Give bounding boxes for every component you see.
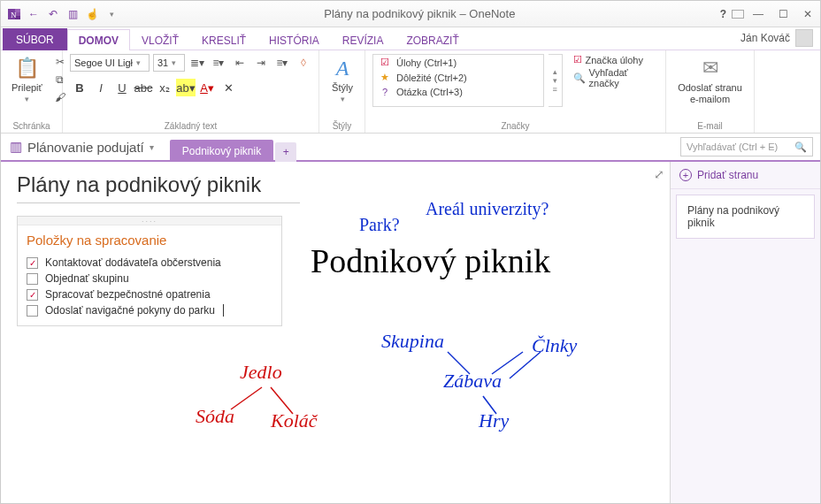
help-icon[interactable]: ? xyxy=(720,8,726,20)
note-outline[interactable]: ···· Položky na spracovanie Kontaktovať … xyxy=(17,216,282,326)
maximize-icon[interactable]: ☐ xyxy=(776,7,790,21)
gallery-more-icon[interactable]: ≡ xyxy=(549,85,562,94)
clear-button[interactable]: ✕ xyxy=(219,79,238,96)
font-name-combo[interactable]: Segoe UI Ligł▾ xyxy=(70,54,150,72)
italic-button[interactable]: I xyxy=(91,79,111,96)
tab-review[interactable]: REVÍZIA xyxy=(331,29,395,50)
qat-dropdown-icon[interactable]: ▾ xyxy=(104,6,119,22)
notebook-dropdown[interactable]: ▥ Plánovanie podujatí ▾ xyxy=(1,134,163,160)
indent-icon[interactable]: ⇥ xyxy=(252,55,270,71)
pages-pane: + Pridať stranu Plány na podnikový pikni… xyxy=(670,162,820,504)
add-page-button[interactable]: + Pridať stranu xyxy=(671,162,820,189)
paste-label: Prilepiť xyxy=(12,82,42,93)
todo-item[interactable]: Kontaktovať dodávateľa občerstvenia xyxy=(27,255,272,271)
gallery-down-icon[interactable]: ▾ xyxy=(549,76,562,85)
page-title[interactable]: Plány na podnikový piknik xyxy=(17,172,654,197)
checkbox-icon[interactable] xyxy=(27,289,38,301)
tab-view[interactable]: ZOBRAZIŤ xyxy=(395,29,470,50)
gallery-up-icon[interactable]: ▴ xyxy=(549,67,562,76)
tag-label: Úlohy (Ctrl+1) xyxy=(396,57,457,68)
group-tags: ☑Úlohy (Ctrl+1) ★Dôležité (Ctrl+2) ?Otáz… xyxy=(365,50,666,133)
clear-format-icon[interactable]: ◊ xyxy=(295,55,312,71)
tab-insert[interactable]: VLOŽIŤ xyxy=(130,29,190,50)
avatar[interactable] xyxy=(795,29,813,47)
tag-item-important[interactable]: ★Dôležité (Ctrl+2) xyxy=(373,70,543,85)
close-icon[interactable]: ✕ xyxy=(801,7,815,21)
todo-item[interactable]: Odoslať navigačné pokyny do parku xyxy=(27,302,272,318)
email-label: Odoslať stranu e-mailom xyxy=(677,82,743,105)
group-clipboard: 📋 Prilepiť ▾ ✂ ⧉ 🖌 Schránka xyxy=(1,50,63,133)
tags-gallery[interactable]: ☑Úlohy (Ctrl+1) ★Dôležité (Ctrl+2) ?Otáz… xyxy=(372,54,544,107)
bold-button[interactable]: B xyxy=(70,79,89,96)
touch-icon[interactable]: ☝ xyxy=(84,6,100,22)
tab-file[interactable]: SÚBOR xyxy=(3,28,67,50)
group-label-email: E-mail xyxy=(673,119,747,131)
user-area[interactable]: ? xyxy=(720,8,744,20)
find-tags-label: Vyhľadať značky xyxy=(589,67,659,88)
page-canvas[interactable]: ⤢ Plány na podnikový piknik ···· Položky… xyxy=(1,162,670,504)
ribbon-display-icon[interactable] xyxy=(732,10,744,19)
find-tags-button[interactable]: 🔍Vyhľadať značky xyxy=(573,67,659,88)
ink-heading[interactable]: Podnikový piknik xyxy=(311,241,550,280)
todo-tag-button[interactable]: ☑Značka úlohy xyxy=(573,54,659,65)
ink-kolac[interactable]: Koláč xyxy=(271,409,318,432)
expand-icon[interactable]: ⤢ xyxy=(654,167,664,181)
paste-icon: 📋 xyxy=(14,56,39,80)
tag-item-question[interactable]: ?Otázka (Ctrl+3) xyxy=(373,85,543,99)
ink-areal[interactable]: Areál univerzity? xyxy=(426,199,549,219)
page-list-item[interactable]: Plány na podnikový piknik xyxy=(676,195,815,239)
minimize-icon[interactable]: — xyxy=(751,7,765,21)
dock-icon[interactable]: ▥ xyxy=(65,6,81,22)
svg-line-9 xyxy=(231,387,262,409)
back-icon[interactable]: ← xyxy=(26,6,42,22)
font-color-button[interactable]: A▾ xyxy=(197,79,217,96)
bullets-icon[interactable]: ≣▾ xyxy=(188,55,206,71)
group-label-styles: Štýly xyxy=(326,119,357,131)
notebook-icon: ▥ xyxy=(10,139,22,155)
tab-history[interactable]: HISTÓRIA xyxy=(257,29,331,50)
checkbox-icon[interactable] xyxy=(27,273,38,285)
add-section-button[interactable]: + xyxy=(275,142,296,162)
ink-hry[interactable]: Hry xyxy=(479,409,509,432)
ink-soda[interactable]: Sóda xyxy=(196,405,234,428)
tag-label: Otázka (Ctrl+3) xyxy=(396,87,463,97)
numbering-icon[interactable]: ≡▾ xyxy=(210,55,227,71)
ink-clnky[interactable]: Člnky xyxy=(532,334,577,357)
outline-title[interactable]: Položky na spracovanie xyxy=(27,233,272,248)
undo-icon[interactable]: ↶ xyxy=(45,6,61,22)
checkbox-icon[interactable] xyxy=(27,305,38,317)
add-page-label: Pridať stranu xyxy=(697,169,758,181)
checkbox-icon[interactable] xyxy=(27,257,38,269)
section-tab-active[interactable]: Podnikový piknik xyxy=(170,140,273,162)
subscript-button[interactable]: x₂ xyxy=(155,79,174,96)
todo-item[interactable]: Spracovať bezpečnostné opatrenia xyxy=(27,286,272,302)
notebook-bar: ▥ Plánovanie podujatí ▾ Podnikový piknik… xyxy=(1,134,820,162)
ink-zabava[interactable]: Zábava xyxy=(443,370,502,393)
tab-draw[interactable]: KRESLIŤ xyxy=(190,29,257,50)
paste-button[interactable]: 📋 Prilepiť ▾ xyxy=(8,54,46,105)
tab-home[interactable]: DOMOV xyxy=(67,29,130,50)
todo-item[interactable]: Objednať skupinu xyxy=(27,271,272,286)
outline-handle[interactable]: ···· xyxy=(18,217,281,225)
title-underline xyxy=(17,202,300,203)
ink-jedlo[interactable]: Jedlo xyxy=(240,361,282,384)
ink-skupina[interactable]: Skupina xyxy=(381,330,444,353)
search-input[interactable]: Vyhľadávať (Ctrl + E) 🔍 xyxy=(680,137,813,157)
group-label-tags: Značky xyxy=(372,119,658,131)
strike-button[interactable]: abc xyxy=(134,79,153,96)
underline-button[interactable]: U xyxy=(112,79,132,96)
ink-park[interactable]: Park? xyxy=(359,215,400,235)
group-email: ✉ Odoslať stranu e-mailom E-mail xyxy=(666,50,755,133)
email-page-button[interactable]: ✉ Odoslať stranu e-mailom xyxy=(673,54,747,107)
outdent-icon[interactable]: ⇤ xyxy=(231,55,249,71)
highlight-button[interactable]: ab▾ xyxy=(176,79,196,96)
styles-button[interactable]: A Štýly ▾ xyxy=(326,54,358,105)
section-tabs: Podnikový piknik + xyxy=(170,134,298,160)
group-label-clipboard: Schránka xyxy=(8,119,55,131)
user-name[interactable]: Ján Kováč xyxy=(740,32,790,44)
align-icon[interactable]: ≡▾ xyxy=(273,55,291,71)
window-controls: — ☐ ✕ xyxy=(751,7,815,21)
content-area: ⤢ Plány na podnikový piknik ···· Položky… xyxy=(1,162,820,504)
font-size-combo[interactable]: 31▾ xyxy=(153,54,185,72)
tag-item-todo[interactable]: ☑Úlohy (Ctrl+1) xyxy=(373,55,543,70)
